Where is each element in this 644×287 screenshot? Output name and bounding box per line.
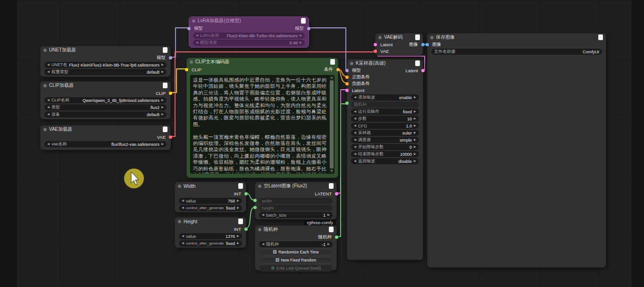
collapse-dot-icon[interactable]	[178, 220, 181, 223]
increment-icon[interactable]: ▶	[237, 235, 239, 238]
clip-input-dot[interactable]	[185, 68, 188, 71]
control-after-generate-widget[interactable]: ◀ control_after_generate fixed ▶	[179, 240, 242, 246]
return-noise-widget[interactable]: ◀ 返回噪波 disable ▶	[351, 158, 419, 164]
collapse-dot-icon[interactable]	[258, 228, 261, 231]
decrement-icon[interactable]: ◀	[47, 106, 50, 109]
batch-size-widget[interactable]: ◀ batch_size 1 ▶	[259, 212, 333, 218]
value-widget[interactable]: ◀ value 768 ▶	[179, 198, 242, 204]
note-icon[interactable]	[415, 34, 420, 40]
node-header[interactable]: VAE加载器	[41, 126, 170, 133]
increment-icon[interactable]: ▶	[414, 124, 416, 127]
seed-input-pill[interactable]: 随机种	[351, 101, 419, 108]
decrement-icon[interactable]: ◀	[354, 152, 356, 156]
increment-icon[interactable]: ▶	[414, 152, 416, 156]
add-noise-widget[interactable]: ◀ 添加噪波 enable ▶	[351, 94, 419, 101]
node-header[interactable]: UNET加载器	[41, 46, 170, 54]
note-icon[interactable]	[415, 60, 420, 66]
node-clip-loader[interactable]: CLIP加载器 CLIP ◀ CLIP名称 Qwen\qwen_3_8b_fp8…	[40, 81, 171, 119]
node-header[interactable]: 保存图像	[427, 34, 606, 41]
increment-icon[interactable]: ▶	[327, 243, 330, 246]
decrement-icon[interactable]: ◀	[354, 124, 356, 127]
model-input-dot[interactable]	[345, 69, 349, 72]
clip-type-widget[interactable]: ◀ 类型 flux2 ▶	[44, 104, 167, 110]
decrement-icon[interactable]: ◀	[47, 63, 50, 67]
increment-icon[interactable]: ▶	[161, 106, 164, 109]
int-output-dot[interactable]	[244, 228, 248, 231]
model-output-dot[interactable]	[169, 56, 172, 59]
note-icon[interactable]	[163, 127, 167, 132]
note-icon[interactable]	[163, 47, 167, 53]
node-header[interactable]: 空Latent图像 (Flux2)	[255, 182, 336, 190]
start-at-step-widget[interactable]: ◀ 开始降噪步数 0 ▶	[351, 144, 419, 150]
increment-icon[interactable]: ▶	[161, 143, 164, 146]
node-height[interactable]: Height INT ◀ value 1376 ▶ ◀ control_afte…	[175, 217, 246, 248]
latent-input-dot[interactable]	[345, 89, 349, 92]
increment-icon[interactable]: ▶	[414, 96, 416, 99]
increment-icon[interactable]: ▶	[161, 63, 164, 67]
latent-output-dot[interactable]	[421, 69, 425, 72]
decrement-icon[interactable]: ◀	[182, 235, 184, 238]
collapse-dot-icon[interactable]	[430, 36, 434, 39]
collapse-dot-icon[interactable]	[258, 185, 261, 188]
seed-output-dot[interactable]	[335, 236, 338, 239]
collapse-dot-icon[interactable]	[43, 84, 47, 87]
model-output-dot[interactable]	[307, 27, 310, 30]
note-icon[interactable]	[301, 18, 306, 24]
node-ksampler-advanced[interactable]: K采样器(高级) 模型 Latent 正面条件 负面条件 Latent ◀ 添加…	[347, 59, 423, 260]
decrement-icon[interactable]: ◀	[182, 242, 184, 245]
height-input-dot[interactable]	[253, 206, 257, 209]
new-fixed-random-button[interactable]: ⚄ New Fixed Random	[259, 257, 333, 263]
clip-output-dot[interactable]	[169, 92, 172, 95]
end-at-step-widget[interactable]: ◀ 结束降噪步数 10000 ▶	[351, 151, 419, 157]
steps-widget[interactable]: ◀ 步数 10 ▶	[351, 116, 419, 122]
randomize-each-time-button[interactable]: ⚄ Randomize Each Time	[259, 249, 333, 255]
node-header[interactable]: LoRA加载器(仅模型)	[189, 17, 309, 25]
node-unet-loader[interactable]: UNET加载器 模型 ◀ UNET名称 Flux2 Klein\Flux2-Kl…	[40, 46, 171, 77]
scrollbar-thumb[interactable]	[330, 80, 334, 169]
seed-value-widget[interactable]: ◀ 随机种 -1 ▶	[259, 241, 333, 247]
decrement-icon[interactable]: ◀	[182, 206, 184, 210]
increment-icon[interactable]: ▶	[414, 110, 416, 113]
decrement-icon[interactable]: ◀	[182, 199, 184, 203]
collapse-dot-icon[interactable]	[192, 19, 195, 23]
increment-icon[interactable]: ▶	[327, 213, 330, 217]
node-save-image[interactable]: 保存图像 图像 文件名前缀 ComfyUI	[427, 33, 606, 268]
collapse-dot-icon[interactable]	[350, 62, 353, 65]
latent-output-dot[interactable]	[335, 192, 338, 195]
node-header[interactable]: VAE解码	[376, 34, 423, 41]
clip-name-widget[interactable]: ◀ CLIP名称 Qwen\qwen_3_8b_fp8mixed.safeten…	[44, 97, 167, 103]
decrement-icon[interactable]: ◀	[47, 143, 50, 146]
int-output-dot[interactable]	[244, 192, 248, 195]
node-vae-loader[interactable]: VAE加载器 VAE ◀ vae名称 flux\flux2-vae.safete…	[40, 125, 171, 150]
lora-name-widget[interactable]: ◀ LoRA名称 Flux2-Klein-9B-Turbo-r64.safete…	[193, 33, 305, 39]
note-icon[interactable]	[598, 34, 603, 40]
collapse-dot-icon[interactable]	[43, 49, 47, 52]
decrement-icon[interactable]: ◀	[47, 70, 50, 74]
positive-input-dot[interactable]	[345, 76, 349, 79]
conditioning-output-dot[interactable]	[336, 68, 340, 71]
node-lora-loader-bypassed[interactable]: LoRA加载器(仅模型) 模型 模型 ◀ LoRA名称 Flux2-Klein-…	[189, 17, 309, 48]
model-input-dot[interactable]	[187, 27, 191, 30]
decrement-icon[interactable]: ◀	[47, 99, 50, 102]
decrement-icon[interactable]: ◀	[354, 138, 356, 142]
decrement-icon[interactable]: ◀	[354, 117, 356, 120]
image-input-dot[interactable]	[426, 43, 429, 46]
note-icon[interactable]	[238, 183, 243, 189]
increment-icon[interactable]: ▶	[300, 41, 302, 44]
node-vae-decode[interactable]: VAE解码 Latent 图像 VAE	[375, 33, 423, 56]
unet-name-widget[interactable]: ◀ UNET名称 Flux2 Klein\Flux2-Klein-9B-True…	[44, 62, 167, 68]
increment-icon[interactable]: ▶	[237, 206, 239, 210]
vae-name-widget[interactable]: ◀ vae名称 flux\flux2-vae.safetensors ▶	[44, 141, 167, 147]
scroll-up-icon[interactable]: ▲	[330, 76, 333, 80]
node-width[interactable]: Width INT ◀ value 768 ▶ ◀ control_after_…	[175, 182, 246, 212]
increment-icon[interactable]: ▶	[161, 113, 164, 116]
note-icon[interactable]	[329, 183, 334, 189]
node-empty-latent-flux2[interactable]: 空Latent图像 (Flux2) LATENT width height ◀ …	[255, 182, 337, 219]
negative-input-dot[interactable]	[345, 82, 349, 85]
decrement-icon[interactable]: ◀	[262, 243, 264, 246]
collapse-dot-icon[interactable]	[190, 60, 193, 64]
increment-icon[interactable]: ▶	[414, 138, 416, 142]
increment-icon[interactable]: ▶	[300, 34, 302, 37]
vae-output-dot[interactable]	[169, 135, 172, 139]
node-graph-canvas[interactable]: UNET加载器 模型 ◀ UNET名称 Flux2 Klein\Flux2-Kl…	[0, 0, 644, 287]
